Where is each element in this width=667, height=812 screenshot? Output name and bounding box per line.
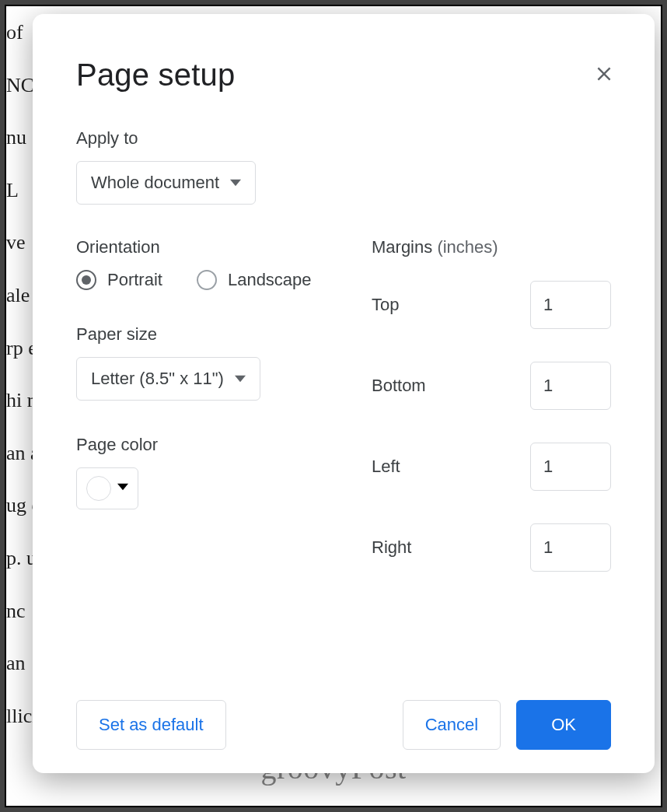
- paper-size-select[interactable]: Letter (8.5" x 11"): [76, 357, 260, 401]
- margin-right-input[interactable]: [530, 523, 611, 572]
- orientation-section: Orientation Portrait Landscape: [76, 237, 340, 290]
- apply-to-section: Apply to Whole document: [76, 128, 611, 205]
- orientation-label: Orientation: [76, 237, 340, 257]
- chevron-down-icon: [117, 481, 128, 495]
- dialog-title: Page setup: [76, 58, 235, 93]
- margins-unit: (inches): [437, 237, 498, 257]
- margin-left-input[interactable]: [530, 443, 611, 491]
- chevron-down-icon: [230, 173, 241, 193]
- cancel-button[interactable]: Cancel: [403, 700, 501, 750]
- apply-to-value: Whole document: [91, 173, 219, 193]
- margins-text: Margins: [372, 237, 432, 257]
- orientation-landscape-radio[interactable]: Landscape: [197, 270, 312, 290]
- margin-right-label: Right: [372, 537, 411, 558]
- close-icon: [594, 75, 614, 86]
- margin-top-input[interactable]: [530, 281, 611, 329]
- landscape-label: Landscape: [228, 270, 312, 290]
- page-color-select[interactable]: [76, 467, 138, 509]
- color-swatch-icon: [86, 476, 111, 501]
- margin-left-label: Left: [372, 457, 400, 477]
- page-setup-dialog: Page setup Apply to Whole document Orien…: [33, 14, 655, 773]
- close-button[interactable]: [591, 61, 617, 89]
- portrait-label: Portrait: [107, 270, 162, 290]
- dialog-header: Page setup: [76, 58, 611, 93]
- paper-size-section: Paper size Letter (8.5" x 11"): [76, 324, 340, 401]
- radio-unselected-icon: [197, 270, 217, 290]
- margin-top-label: Top: [372, 295, 399, 315]
- set-as-default-button[interactable]: Set as default: [76, 700, 226, 750]
- chevron-down-icon: [235, 369, 246, 389]
- margin-bottom-input[interactable]: [530, 362, 611, 410]
- page-color-section: Page color: [76, 435, 340, 509]
- radio-selected-icon: [76, 270, 96, 290]
- margins-label: Margins (inches): [372, 237, 611, 257]
- ok-button[interactable]: OK: [516, 700, 611, 750]
- dialog-footer: Set as default Cancel OK: [76, 684, 611, 750]
- margins-section: Margins (inches) Top Bottom Left Right: [372, 237, 611, 604]
- paper-size-value: Letter (8.5" x 11"): [91, 369, 224, 389]
- margin-bottom-label: Bottom: [372, 376, 426, 396]
- apply-to-label: Apply to: [76, 128, 611, 149]
- page-color-label: Page color: [76, 435, 340, 455]
- apply-to-select[interactable]: Whole document: [76, 161, 256, 205]
- paper-size-label: Paper size: [76, 324, 340, 345]
- orientation-portrait-radio[interactable]: Portrait: [76, 270, 162, 290]
